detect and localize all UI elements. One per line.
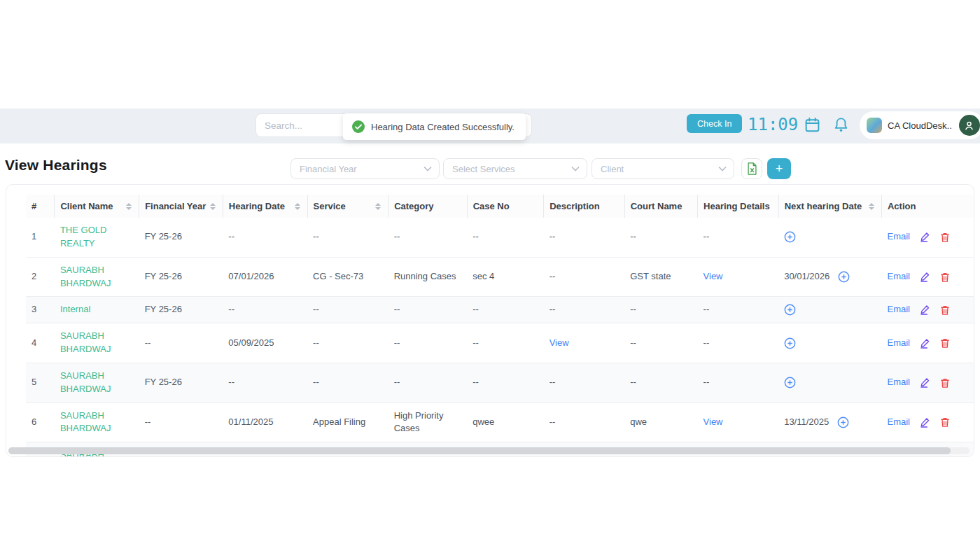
hearing-details-view-link[interactable]: View	[704, 456, 723, 457]
toast-message: Hearing Data Created Successfully.	[371, 122, 514, 132]
sort-icon[interactable]	[126, 203, 132, 210]
add-next-hearing-icon[interactable]	[784, 337, 796, 349]
delete-trash-icon[interactable]	[940, 232, 950, 243]
description-cell: --	[544, 257, 625, 297]
next-hearing-date-value: 14/11/2025	[784, 456, 829, 457]
sort-icon[interactable]	[295, 203, 300, 210]
email-link[interactable]: Email	[887, 337, 910, 350]
hearing-details-cell: --	[698, 363, 779, 402]
next-hearing-date-wrap	[784, 231, 876, 243]
sort-icon[interactable]	[375, 203, 381, 210]
email-link[interactable]: Email	[887, 270, 910, 284]
service-cell: Appeal Filing	[307, 402, 388, 442]
hearing-details-view-link[interactable]: View	[704, 416, 723, 427]
delete-trash-icon[interactable]	[940, 377, 950, 388]
row-number-cell: 3	[26, 297, 55, 323]
client-name-link[interactable]: SAURABH BHARDWAJ	[55, 257, 139, 297]
action-cell: Email	[887, 337, 974, 350]
column-header--: #	[26, 195, 55, 218]
column-label: Court Name	[631, 201, 682, 211]
case-no-cell: qwee	[467, 402, 543, 442]
financial-year-select[interactable]: Financial Year	[290, 158, 440, 179]
case-no-cell: sec 4	[467, 257, 543, 297]
column-header-client-name[interactable]: Client Name	[55, 195, 139, 218]
next-hearing-date-cell	[778, 323, 881, 363]
next-hearing-date-wrap	[784, 377, 876, 388]
next-hearing-date-wrap: 30/01/2026	[784, 270, 876, 284]
client-name-link[interactable]: SAURABH BHARDWAJ	[55, 402, 139, 442]
category-cell: --	[388, 323, 468, 363]
table-row: 5SAURABH BHARDWAJFY 25-26--------------E…	[26, 363, 974, 402]
delete-trash-icon[interactable]	[940, 456, 950, 457]
add-next-hearing-icon[interactable]	[837, 416, 849, 428]
column-label: Action	[888, 201, 916, 211]
check-in-button[interactable]: Check In	[687, 114, 742, 133]
add-hearing-button[interactable]: +	[767, 158, 791, 179]
edit-pencil-icon[interactable]	[920, 377, 930, 388]
table-row: 2SAURABH BHARDWAJFY 25-2607/01/2026CG - …	[26, 257, 974, 297]
edit-pencil-icon[interactable]	[920, 232, 930, 242]
calendar-icon[interactable]	[803, 116, 821, 134]
add-next-hearing-icon[interactable]	[784, 304, 796, 316]
column-header-service[interactable]: Service	[307, 195, 388, 218]
add-next-hearing-icon[interactable]	[837, 456, 849, 457]
sort-icon[interactable]	[210, 203, 216, 210]
case-no-cell: --	[467, 297, 543, 323]
column-header-hearing-date[interactable]: Hearing Date	[223, 195, 307, 218]
hearing-date-cell: 01/11/2025	[223, 402, 307, 442]
add-next-hearing-icon[interactable]	[838, 271, 850, 283]
description-cell: --	[544, 218, 625, 257]
next-hearing-date-cell	[778, 218, 881, 257]
next-hearing-date-wrap: 14/11/2025	[784, 456, 876, 457]
next-hearing-date-cell	[778, 297, 881, 323]
description-view-link[interactable]: View	[550, 337, 569, 348]
hearing-date-cell: --	[223, 218, 307, 257]
services-select[interactable]: Select Services	[443, 158, 587, 179]
horizontal-scrollbar-thumb[interactable]	[8, 447, 951, 454]
hearings-table-card: #Client NameFinancial YearHearing DateSe…	[6, 184, 974, 457]
client-name-link[interactable]: Internal	[55, 297, 139, 323]
export-excel-button[interactable]	[741, 158, 762, 179]
delete-trash-icon[interactable]	[940, 272, 950, 283]
court-name-cell: GST state	[624, 257, 697, 297]
row-number-cell: 1	[26, 218, 55, 257]
column-header-financial-year[interactable]: Financial Year	[139, 195, 223, 218]
delete-trash-icon[interactable]	[940, 337, 950, 349]
client-name-link[interactable]: SAURABH BHARDWAJ	[55, 323, 139, 363]
client-name-link[interactable]: THE GOLD REALTY	[55, 218, 139, 257]
user-avatar[interactable]	[959, 115, 980, 136]
add-next-hearing-icon[interactable]	[784, 377, 796, 388]
success-toast: Hearing Data Created Successfully.	[343, 113, 526, 140]
column-header-description: Description	[544, 195, 625, 218]
hearing-date-cell: --	[223, 363, 307, 402]
court-name-cell: --	[624, 218, 697, 257]
email-link[interactable]: Email	[887, 230, 910, 244]
delete-trash-icon[interactable]	[940, 304, 950, 316]
email-link[interactable]: Email	[887, 416, 910, 429]
service-cell: --	[307, 218, 388, 257]
email-link[interactable]: Email	[887, 376, 910, 389]
action-cell: Email	[887, 456, 974, 457]
edit-pencil-icon[interactable]	[920, 304, 930, 315]
add-next-hearing-icon[interactable]	[784, 231, 796, 243]
hearing-details-view-link[interactable]: View	[704, 271, 723, 281]
financial-year-cell: FY 25-26	[139, 363, 223, 402]
row-number-cell: 6	[26, 402, 55, 442]
email-link[interactable]: Email	[887, 456, 910, 457]
account-menu[interactable]: CA CloudDesk..	[860, 111, 980, 139]
delete-trash-icon[interactable]	[940, 416, 950, 428]
edit-pencil-icon[interactable]	[920, 272, 930, 282]
sort-icon[interactable]	[869, 203, 874, 210]
edit-pencil-icon[interactable]	[920, 417, 930, 428]
row-number-cell: 5	[26, 363, 55, 402]
column-label: Next hearing Date	[785, 201, 862, 211]
column-header-next-hearing-date[interactable]: Next hearing Date	[778, 195, 881, 218]
client-select[interactable]: Client	[592, 158, 734, 179]
filters-bar: Financial Year Select Services Client	[290, 158, 791, 179]
next-hearing-date-wrap: 13/11/2025	[784, 416, 876, 429]
email-link[interactable]: Email	[887, 303, 910, 316]
notifications-bell-icon[interactable]	[832, 116, 850, 134]
edit-pencil-icon[interactable]	[920, 338, 930, 349]
client-name-link[interactable]: SAURABH BHARDWAJ	[55, 363, 139, 402]
chevron-down-icon	[424, 166, 432, 172]
